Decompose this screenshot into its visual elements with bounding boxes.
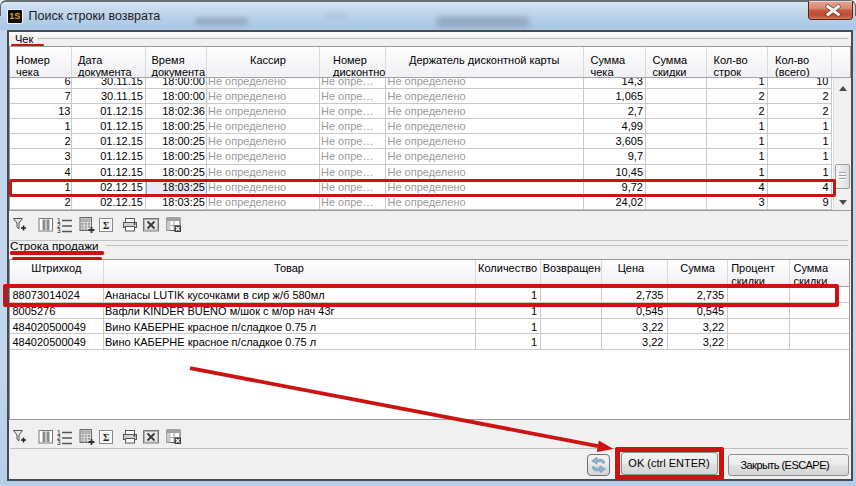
svg-text:3: 3 bbox=[57, 227, 61, 233]
svg-text:Σ: Σ bbox=[103, 220, 109, 230]
svg-text:Σ: Σ bbox=[103, 432, 109, 442]
svg-text:3: 3 bbox=[57, 439, 61, 445]
